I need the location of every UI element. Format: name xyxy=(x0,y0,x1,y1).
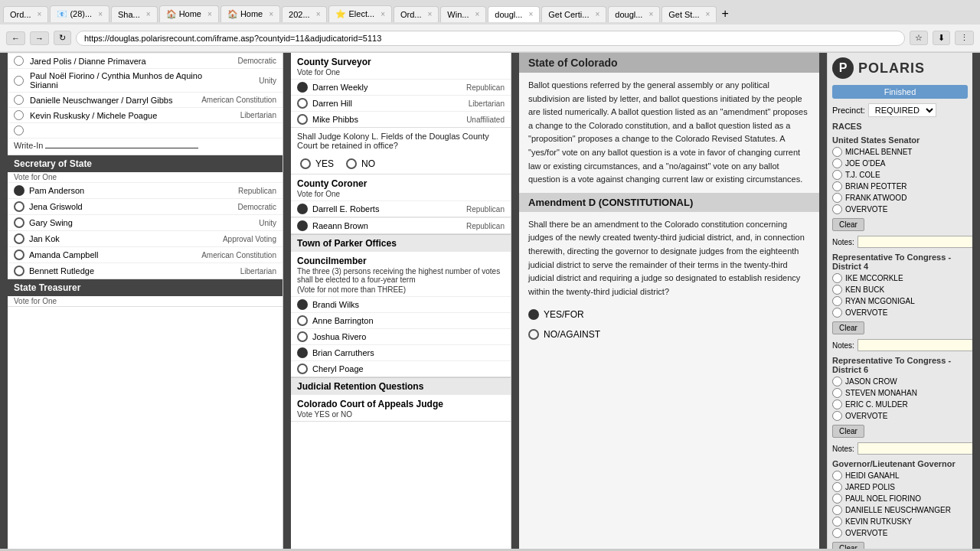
polaris-overvote-sen[interactable]: OVERVOTE xyxy=(832,204,968,214)
tab-active[interactable]: dougl...× xyxy=(488,6,540,22)
polaris-radio-frank-atwood[interactable] xyxy=(832,193,842,203)
polaris-radio-danielle-n[interactable] xyxy=(832,505,842,515)
back-button[interactable]: ← xyxy=(6,31,25,45)
candidate-bennett-rutledge[interactable]: Bennett Rutledge Libertarian xyxy=(8,262,283,279)
tab-dougl2[interactable]: dougl...× xyxy=(608,6,660,22)
clear-gov-button[interactable]: Clear xyxy=(832,542,864,549)
polaris-radio-ken-buck[interactable] xyxy=(832,285,842,295)
polaris-heidi-ganahl[interactable]: HEIDI GANAHL xyxy=(832,471,968,481)
forward-button[interactable]: → xyxy=(30,31,49,45)
notes-cong6-input[interactable] xyxy=(858,442,972,455)
polaris-radio-kevin-rut[interactable] xyxy=(832,517,842,527)
amendment-no-radio[interactable] xyxy=(528,329,539,340)
candidate-radio-mike-phibbs[interactable] xyxy=(297,114,308,125)
clear-sen-button[interactable]: Clear xyxy=(832,218,864,231)
reload-button[interactable]: ↻ xyxy=(54,31,71,45)
candidate-radio-joshua-rivero[interactable] xyxy=(297,331,308,342)
polaris-michael-bennet[interactable]: MICHAEL BENNET xyxy=(832,147,968,157)
candidate-radio-darren-weekly[interactable] xyxy=(297,82,308,93)
candidate-brian-carruthers[interactable]: Brian Carruthers xyxy=(291,344,511,360)
candidate-radio-raeann-brown[interactable] xyxy=(297,220,308,231)
candidate-radio-kevin[interactable] xyxy=(14,110,24,120)
candidate-radio-darrell-roberts[interactable] xyxy=(297,204,308,214)
clear-cong4-button[interactable]: Clear xyxy=(832,321,864,334)
candidate-blank[interactable] xyxy=(8,122,283,138)
polaris-ryan-mc[interactable]: RYAN MCGONIGAL xyxy=(832,296,968,306)
candidate-darren-weekly[interactable]: Darren Weekly Republican xyxy=(291,79,511,95)
candidate-joshua-rivero[interactable]: Joshua Rivero xyxy=(291,328,511,344)
polaris-radio-heidi[interactable] xyxy=(832,471,842,481)
kolony-yes-option[interactable]: YES xyxy=(300,158,334,169)
candidate-gary-swing[interactable]: Gary Swing Unity xyxy=(8,214,283,230)
polaris-radio-brian-peotter[interactable] xyxy=(832,181,842,191)
candidate-paul-fiorino[interactable]: Paul Noël Fiorino / Cynthia Munhos de Aq… xyxy=(8,68,283,92)
polaris-kevin-rut[interactable]: KEVIN RUTKUSKY xyxy=(832,517,968,527)
polaris-radio-joe-odea[interactable] xyxy=(832,158,842,168)
polaris-radio-jason-crow[interactable] xyxy=(832,377,842,386)
new-tab-button[interactable]: + xyxy=(718,7,731,21)
candidate-jan-kok[interactable]: Jan Kok Approval Voting xyxy=(8,230,283,246)
polaris-ken-buck[interactable]: KEN BUCK xyxy=(832,285,968,295)
menu-button[interactable]: ⋮ xyxy=(955,31,974,45)
address-bar[interactable] xyxy=(76,31,905,46)
candidate-radio-amanda-campbell[interactable] xyxy=(14,249,24,260)
candidate-mike-phibbs[interactable]: Mike Phibbs Unaffiliated xyxy=(291,111,511,127)
amendment-yes-option[interactable]: YES/FOR xyxy=(528,309,584,320)
candidate-radio-jena-griswold[interactable] xyxy=(14,201,24,212)
candidate-raeann-brown[interactable]: Raeann Brown Republican xyxy=(291,217,511,233)
polaris-jason-crow[interactable]: JASON CROW xyxy=(832,377,968,386)
polaris-brian-peotter[interactable]: BRIAN PEOTTER xyxy=(832,181,968,191)
candidate-radio-brian-carruthers[interactable] xyxy=(297,347,308,358)
candidate-radio-danielle[interactable] xyxy=(14,95,24,105)
polaris-ike[interactable]: IKE MCCORKLE xyxy=(832,273,968,283)
polaris-overvote-cong4[interactable]: OVERVOTE xyxy=(832,308,968,318)
tab-win[interactable]: Win...× xyxy=(440,6,486,22)
polaris-radio-overvote-cong6[interactable] xyxy=(832,411,842,421)
amendment-yes-radio[interactable] xyxy=(528,309,539,320)
notes-cong4-input[interactable] xyxy=(858,339,972,351)
polaris-danielle-n[interactable]: DANIELLE NEUSCHWANGER xyxy=(832,505,968,515)
polaris-overvote-cong6[interactable]: OVERVOTE xyxy=(832,411,968,421)
polaris-radio-michael-bennet[interactable] xyxy=(832,147,842,157)
polaris-eric-mulder[interactable]: ERIC C. MULDER xyxy=(832,399,968,409)
kolony-yes-radio[interactable] xyxy=(300,158,311,169)
candidate-pam-anderson[interactable]: Pam Anderson Republican xyxy=(8,182,283,198)
candidate-amanda-campbell[interactable]: Amanda Campbell American Constitution xyxy=(8,246,283,262)
polaris-paul-noel[interactable]: PAUL NOEL FIORINO xyxy=(832,494,968,504)
tab-ord2[interactable]: Ord...× xyxy=(394,6,439,22)
kolony-no-radio[interactable] xyxy=(346,158,357,169)
candidate-radio-brandi-wilks[interactable] xyxy=(297,299,308,310)
tab-home2[interactable]: 🏠 Home× xyxy=(220,5,280,22)
polaris-radio-overvote-sen[interactable] xyxy=(832,204,842,214)
polaris-steven-mon[interactable]: STEVEN MONAHAN xyxy=(832,388,968,398)
tab-getst[interactable]: Get St...× xyxy=(662,6,717,22)
polaris-radio-overvote-gov[interactable] xyxy=(832,528,842,538)
candidate-radio-blank[interactable] xyxy=(14,126,24,135)
polaris-joe-odea[interactable]: JOE O'DEA xyxy=(832,158,968,168)
candidate-radio-gary-swing[interactable] xyxy=(14,217,24,228)
notes-sen-input[interactable] xyxy=(858,236,972,248)
polaris-frank-atwood[interactable]: FRANK ATWOOD xyxy=(832,193,968,203)
candidate-radio-bennett-rutledge[interactable] xyxy=(14,266,24,276)
candidate-radio-cheryl-poage[interactable] xyxy=(297,364,308,374)
candidate-radio-anne-barrington[interactable] xyxy=(297,315,308,326)
kolony-no-option[interactable]: NO xyxy=(346,158,375,169)
polaris-radio-overvote-cong4[interactable] xyxy=(832,308,842,318)
polaris-tj-cole[interactable]: T.J. COLE xyxy=(832,170,968,180)
candidate-radio-darren-hill[interactable] xyxy=(297,98,308,109)
candidate-kevin[interactable]: Kevin Ruskusky / Michele Poague Libertar… xyxy=(8,107,283,122)
bookmark-button[interactable]: ☆ xyxy=(910,31,928,45)
polaris-radio-ike[interactable] xyxy=(832,273,842,283)
tab-sha[interactable]: Sha...× xyxy=(111,6,158,22)
polaris-radio-tj-cole[interactable] xyxy=(832,170,842,180)
polaris-radio-paul-noel[interactable] xyxy=(832,494,842,504)
amendment-no-option[interactable]: NO/AGAINST xyxy=(528,329,600,340)
candidate-radio-jared-polis[interactable] xyxy=(14,56,24,66)
polaris-radio-eric-mulder[interactable] xyxy=(832,399,842,409)
candidate-radio-jan-kok[interactable] xyxy=(14,233,24,244)
candidate-cheryl-poage[interactable]: Cheryl Poage xyxy=(291,360,511,377)
tab-28[interactable]: 📧 (28)...× xyxy=(50,5,109,22)
candidate-jared-polis[interactable]: Jared Polis / Dianne Primavera Democrati… xyxy=(8,53,283,68)
polaris-jared-polis[interactable]: JARED POLIS xyxy=(832,482,968,492)
candidate-radio-pam-anderson[interactable] xyxy=(14,185,24,196)
